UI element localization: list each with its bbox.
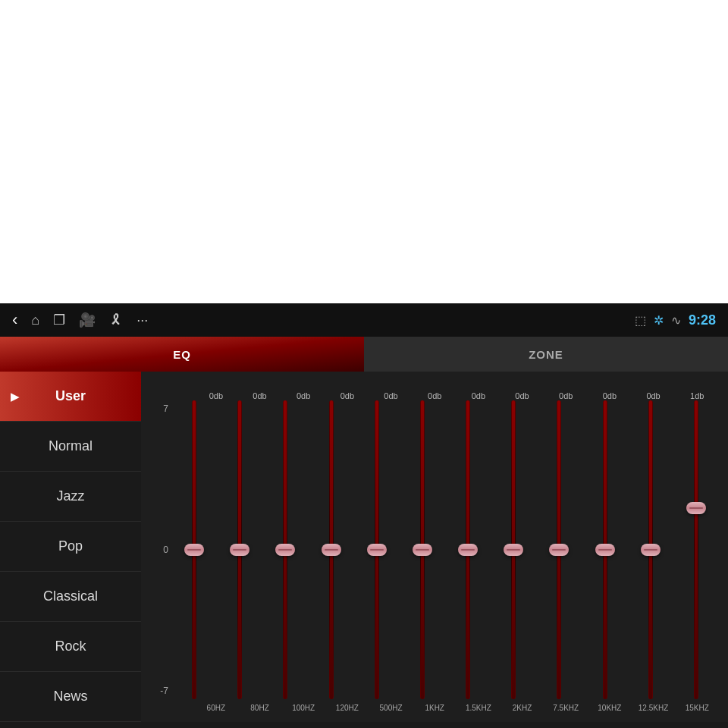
status-bar: ‹ ⌂ ❐ 🎥 🎗 ··· ⬚ ✲ ∿ 9:28 xyxy=(0,303,728,337)
slider-col-11 xyxy=(673,400,719,699)
bag-button[interactable]: 🎗 xyxy=(109,312,123,328)
slider-thumb-7[interactable] xyxy=(504,544,523,556)
eq-db-label-3: 0db xyxy=(325,391,369,400)
sidebar-item-normal[interactable]: Normal xyxy=(0,422,141,472)
screen-wrapper: ‹ ⌂ ❐ 🎥 🎗 ··· ⬚ ✲ ∿ 9:28 EQ ZONE User xyxy=(0,303,728,728)
status-bar-right: ⬚ ✲ ∿ 9:28 xyxy=(635,312,716,328)
eq-db-label-7: 0db xyxy=(500,391,544,400)
slider-col-6 xyxy=(445,400,491,699)
slider-col-5 xyxy=(400,400,445,699)
slider-col-4 xyxy=(354,400,400,699)
more-button[interactable]: ··· xyxy=(136,312,148,328)
slider-thumb-1[interactable] xyxy=(230,544,249,556)
eq-freq-label-6: 1.5KHZ xyxy=(457,704,500,712)
eq-db-label-0: 0db xyxy=(194,391,238,400)
slider-col-3 xyxy=(309,400,354,699)
slider-track-2[interactable] xyxy=(283,400,287,699)
eq-freq-labels: 60HZ80HZ100HZ120HZ500HZ1KHZ1.5KHZ2KHZ7.5… xyxy=(150,699,719,716)
slider-track-9[interactable] xyxy=(603,400,607,699)
white-top-space xyxy=(0,0,728,152)
sidebar-item-news[interactable]: News xyxy=(0,672,141,722)
eq-freq-label-9: 10KHZ xyxy=(588,704,632,712)
window-button[interactable]: ❐ xyxy=(53,312,65,328)
slider-track-8[interactable] xyxy=(557,400,561,699)
slider-col-9 xyxy=(582,400,628,699)
tab-eq[interactable]: EQ xyxy=(0,337,364,372)
eq-freq-label-0: 60HZ xyxy=(194,704,238,712)
eq-freq-label-11: 15KHZ xyxy=(675,704,719,712)
eq-db-label-8: 0db xyxy=(544,391,588,400)
eq-freq-label-2: 100HZ xyxy=(281,704,325,712)
sidebar-item-pop[interactable]: Pop xyxy=(0,522,141,572)
sidebar-item-user[interactable]: User xyxy=(0,372,141,422)
sidebar-item-jazz[interactable]: Jazz xyxy=(0,472,141,522)
eq-db-label-1: 0db xyxy=(238,391,282,400)
slider-track-3[interactable] xyxy=(329,400,334,699)
sidebar-item-rock[interactable]: Rock xyxy=(0,622,141,672)
slider-col-2 xyxy=(262,400,308,699)
back-button[interactable]: ‹ xyxy=(12,310,17,330)
slider-col-10 xyxy=(628,400,673,699)
eq-db-label-9: 0db xyxy=(588,391,632,400)
slider-track-4[interactable] xyxy=(375,400,379,699)
camera-button[interactable]: 🎥 xyxy=(79,312,96,328)
wifi-icon: ∿ xyxy=(671,313,681,328)
eq-db-label-11: 1db xyxy=(675,391,719,400)
slider-thumb-0[interactable] xyxy=(184,544,204,556)
cast-icon: ⬚ xyxy=(635,313,646,328)
slider-thumb-3[interactable] xyxy=(322,544,341,556)
slider-thumb-6[interactable] xyxy=(458,544,478,556)
slider-track-0[interactable] xyxy=(192,400,196,699)
slider-track-10[interactable] xyxy=(648,400,653,699)
slider-col-7 xyxy=(491,400,536,699)
eq-scale: 7 0 -7 xyxy=(150,400,171,699)
eq-db-label-2: 0db xyxy=(281,391,325,400)
time-display: 9:28 xyxy=(689,312,716,328)
eq-freq-label-4: 500HZ xyxy=(369,704,413,712)
slider-thumb-5[interactable] xyxy=(413,544,432,556)
tabs-row: EQ ZONE xyxy=(0,337,728,372)
slider-thumb-4[interactable] xyxy=(367,544,387,556)
eq-freq-label-10: 12.5KHZ xyxy=(632,704,676,712)
slider-thumb-9[interactable] xyxy=(595,544,615,556)
slider-thumb-8[interactable] xyxy=(549,544,569,556)
slider-track-1[interactable] xyxy=(237,400,242,699)
slider-track-11[interactable] xyxy=(694,400,698,699)
eq-freq-label-1: 80HZ xyxy=(238,704,282,712)
eq-freq-label-5: 1KHZ xyxy=(413,704,457,712)
eq-db-label-10: 0db xyxy=(632,391,676,400)
eq-freq-label-3: 120HZ xyxy=(325,704,369,712)
eq-db-label-5: 0db xyxy=(413,391,457,400)
eq-freq-label-7: 2KHZ xyxy=(500,704,544,712)
eq-panel: 0db0db0db0db0db0db0db0db0db0db0db1db 7 0… xyxy=(141,372,728,722)
slider-thumb-2[interactable] xyxy=(275,544,295,556)
eq-sliders-area: 7 0 -7 xyxy=(150,400,719,699)
eq-db-labels: 0db0db0db0db0db0db0db0db0db0db0db1db xyxy=(150,379,719,400)
home-button[interactable]: ⌂ xyxy=(31,312,39,328)
sidebar-item-classical[interactable]: Classical xyxy=(0,572,141,622)
slider-col-0 xyxy=(171,400,217,699)
slider-track-5[interactable] xyxy=(420,400,425,699)
slider-track-7[interactable] xyxy=(511,400,516,699)
slider-thumb-10[interactable] xyxy=(641,544,661,556)
tab-zone[interactable]: ZONE xyxy=(364,337,728,372)
sidebar: User Normal Jazz Pop Classical Rock News xyxy=(0,372,141,722)
eq-db-label-6: 0db xyxy=(457,391,500,400)
status-bar-left: ‹ ⌂ ❐ 🎥 🎗 ··· xyxy=(12,310,148,330)
slider-thumb-11[interactable] xyxy=(686,502,706,514)
main-content: User Normal Jazz Pop Classical Rock News xyxy=(0,372,728,722)
slider-col-1 xyxy=(217,400,262,699)
slider-track-6[interactable] xyxy=(466,400,470,699)
sliders-container xyxy=(171,400,719,699)
bluetooth-icon: ✲ xyxy=(654,313,664,328)
eq-freq-label-8: 7.5KHZ xyxy=(544,704,588,712)
slider-col-8 xyxy=(536,400,582,699)
eq-db-label-4: 0db xyxy=(369,391,413,400)
